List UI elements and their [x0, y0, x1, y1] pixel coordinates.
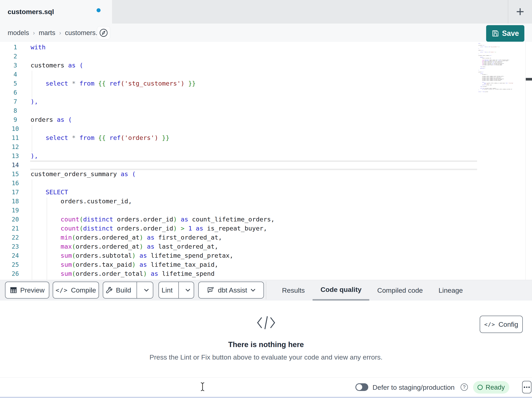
help-icon[interactable]: ?: [461, 384, 468, 391]
code-text: select * from {{ ref('stg_customers') }}: [31, 79, 196, 88]
code-line[interactable]: 21 count(distinct orders.order_id) > 1 a…: [0, 224, 532, 233]
compile-button[interactable]: </> Compile: [53, 282, 99, 299]
tab-customers-sql[interactable]: customers.sql: [0, 0, 112, 24]
lint-button[interactable]: Lint: [159, 282, 175, 298]
build-split-button: Build: [103, 282, 153, 299]
code-text: orders as (: [31, 115, 72, 124]
more-options-button[interactable]: [522, 381, 531, 393]
line-number: 16: [0, 179, 31, 188]
lint-label: Lint: [162, 286, 173, 294]
code-line[interactable]: 17 SELECT: [0, 188, 532, 197]
build-button[interactable]: Build: [103, 282, 133, 298]
navigate-compass-button[interactable]: [97, 26, 110, 39]
code-line[interactable]: select * from joined: [478, 91, 525, 92]
code-line[interactable]: 13),: [0, 151, 532, 160]
code-brackets-icon: [256, 315, 277, 331]
dbt-assist-button[interactable]: dbt Assist: [198, 282, 264, 299]
preview-button[interactable]: Preview: [5, 282, 49, 299]
save-floppy-icon: [492, 30, 499, 37]
code-line[interactable]: 20 count(distinct orders.order_id) as co…: [0, 215, 532, 224]
line-number: 21: [0, 224, 31, 233]
code-line[interactable]: 24 sum(orders.subtotal) as lifetime_spen…: [0, 251, 532, 260]
unsaved-changes-dot-icon: [96, 8, 101, 12]
minimap-content: withcustomers as ( select * from {{ ref(…: [478, 43, 525, 92]
code-text: customer_orders_summary as (: [31, 170, 136, 179]
code-line[interactable]: 26 sum(orders.order_total) as lifetime_s…: [0, 269, 532, 278]
code-text: sum(orders.tax_paid) as lifetime_tax_pai…: [31, 260, 218, 269]
breadcrumb-models[interactable]: models: [8, 29, 29, 37]
breadcrumb-bar: models › marts › customers.sql Save: [0, 24, 532, 42]
build-dropdown-button[interactable]: [140, 282, 153, 298]
line-number: 7: [0, 97, 31, 106]
ready-label: Ready: [486, 384, 505, 391]
line-number: 18: [0, 197, 31, 206]
chevron-right-icon: ›: [33, 29, 35, 36]
chevron-down-icon: [144, 288, 149, 292]
line-number: 9: [0, 115, 31, 124]
compile-label: Compile: [71, 286, 96, 294]
code-line[interactable]: 23 max(orders.ordered_at) as last_ordere…: [0, 242, 532, 251]
code-line[interactable]: 18 orders.customer_id,: [0, 197, 532, 206]
line-number: 19: [0, 206, 31, 215]
dbt-assist-label: dbt Assist: [218, 286, 247, 294]
dot: [526, 386, 528, 388]
scrollbar-thumb[interactable]: [526, 78, 532, 80]
line-number: 11: [0, 133, 31, 142]
code-line[interactable]: 19: [0, 206, 532, 215]
scrollbar-track[interactable]: [525, 42, 526, 280]
code-text: with: [31, 43, 46, 52]
line-number: 25: [0, 260, 31, 269]
code-line[interactable]: 12: [0, 142, 532, 151]
chevron-down-icon: [250, 288, 256, 292]
breadcrumb-marts[interactable]: marts: [39, 29, 55, 37]
code-text: select * from joined: [478, 91, 488, 92]
code-line[interactable]: 1with: [0, 43, 532, 52]
toggle-knob: [356, 384, 362, 390]
code-editor[interactable]: 1with23customers as (45 select * from {{…: [0, 42, 532, 280]
line-number: 23: [0, 242, 31, 251]
code-text: count(distinct orders.order_id) > 1 as i…: [31, 224, 267, 233]
code-text: orders.customer_id,: [31, 197, 132, 206]
text-cursor-ibeam: [200, 382, 205, 391]
code-line[interactable]: 9orders as (: [0, 115, 532, 124]
tab-results[interactable]: Results: [274, 280, 313, 300]
minimap[interactable]: withcustomers as ( select * from {{ ref(…: [478, 43, 525, 93]
segment-divider: [137, 282, 137, 298]
tab-lineage[interactable]: Lineage: [431, 280, 471, 300]
code-line[interactable]: 7),: [0, 97, 532, 106]
code-quality-panel: There is nothing here Press the Lint or …: [0, 300, 532, 378]
code-line[interactable]: 10: [0, 124, 532, 133]
empty-state-subtitle: Press the Lint or Fix button above to ev…: [149, 353, 383, 361]
tab-code-quality[interactable]: Code quality: [313, 280, 369, 300]
code-line[interactable]: 16: [0, 179, 532, 188]
chevron-down-icon: [185, 288, 190, 292]
line-number: 22: [0, 233, 31, 242]
code-line[interactable]: 25 sum(orders.tax_paid) as lifetime_tax_…: [0, 260, 532, 269]
code-text: select * from {{ ref('orders') }}: [31, 133, 170, 142]
code-line[interactable]: 11 select * from {{ ref('orders') }}: [0, 133, 532, 142]
save-button[interactable]: Save: [486, 25, 524, 42]
line-number: 12: [0, 142, 31, 151]
code-line[interactable]: 6: [0, 88, 532, 97]
code-line[interactable]: 3customers as (: [0, 61, 532, 70]
tabbar-divider: [508, 0, 508, 24]
code-line[interactable]: 4: [0, 70, 532, 79]
window-bottom-edge: [0, 397, 532, 398]
new-tab-button[interactable]: [515, 7, 525, 17]
line-number: 1: [0, 43, 31, 52]
config-label: Config: [498, 320, 518, 328]
config-button[interactable]: </> Config: [480, 316, 523, 333]
code-line[interactable]: 14: [0, 160, 532, 170]
code-text: SELECT: [31, 188, 68, 197]
lint-dropdown-button[interactable]: [182, 282, 194, 298]
code-brackets-icon: </>: [484, 321, 495, 327]
tab-compiled-code[interactable]: Compiled code: [369, 280, 431, 300]
code-line[interactable]: 22 min(orders.ordered_at) as first_order…: [0, 233, 532, 242]
code-line[interactable]: 15customer_orders_summary as (: [0, 170, 532, 179]
code-line[interactable]: 8: [0, 106, 532, 115]
code-text: sum(orders.order_total) as lifetime_spen…: [31, 269, 215, 278]
code-line[interactable]: 2: [0, 52, 532, 61]
line-number: 2: [0, 52, 31, 61]
code-line[interactable]: 5 select * from {{ ref('stg_customers') …: [0, 79, 532, 88]
defer-toggle[interactable]: [355, 383, 368, 391]
